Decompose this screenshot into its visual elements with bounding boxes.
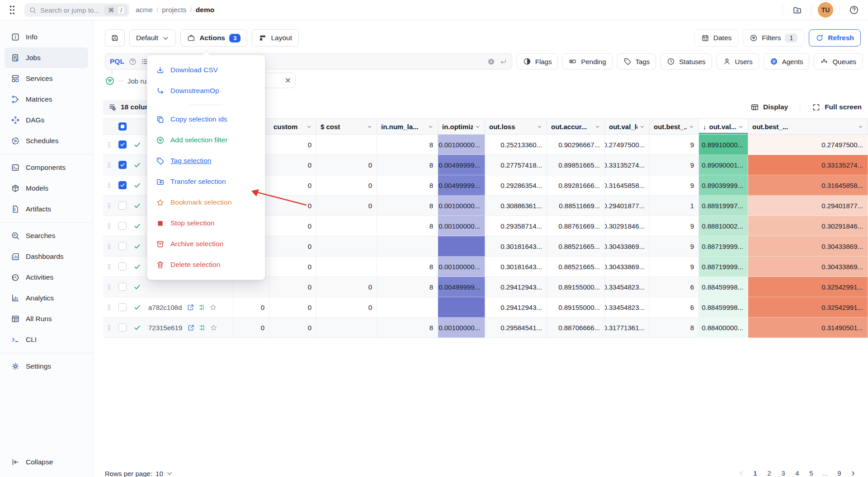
clear-query-icon[interactable] (487, 58, 495, 65)
column-header-val2[interactable]: ↓out.val... (699, 119, 748, 134)
row-checkbox[interactable] (118, 222, 127, 230)
app-grid-icon[interactable] (6, 4, 18, 16)
refresh-button[interactable]: Refresh (809, 29, 861, 47)
sidebar-item-matrices[interactable]: Matrices (5, 89, 88, 110)
sidebar-item-components[interactable]: Components (5, 157, 88, 178)
row-checkbox[interactable] (118, 303, 127, 311)
chip-pending[interactable]: Pending (562, 53, 612, 70)
chip-agents[interactable]: Agents (764, 53, 810, 70)
column-menu-icon[interactable] (475, 124, 481, 130)
row-checkbox[interactable] (118, 283, 127, 291)
column-header-val_loss[interactable]: out.val_loss (605, 119, 650, 134)
sidebar-item-cli[interactable]: CLI (5, 329, 88, 350)
menu-item-add-selection-filter[interactable]: Add selection filter (147, 130, 265, 150)
open-run-icon[interactable] (187, 324, 195, 332)
row-checkbox[interactable] (118, 181, 127, 189)
sidebar-collapse-button[interactable]: Collapse (5, 452, 88, 472)
row-checkbox[interactable] (118, 161, 127, 169)
merge-icon[interactable] (198, 324, 206, 332)
row-checkbox[interactable] (118, 323, 127, 332)
page-4[interactable]: 4 (791, 467, 803, 477)
menu-item-tag-selection[interactable]: Tag selection (147, 150, 265, 171)
pql-help-icon[interactable] (129, 58, 137, 65)
column-menu-icon[interactable] (594, 124, 600, 130)
page-2[interactable]: 2 (763, 467, 775, 477)
column-header-custom[interactable]: custom (269, 119, 316, 134)
chip-users[interactable]: Users (717, 53, 759, 70)
next-page-button[interactable] (847, 467, 859, 477)
row-drag-handle[interactable] (103, 155, 115, 175)
row-drag-handle[interactable] (103, 277, 115, 297)
column-header-best[interactable]: out.best_... (650, 119, 699, 134)
row-checkbox[interactable] (118, 140, 127, 149)
help-button[interactable] (846, 2, 862, 18)
column-header-num_la[interactable]: in.num_la... (377, 119, 438, 134)
menu-item-transfer-selection[interactable]: Transfer selection (147, 171, 265, 192)
sidebar-item-services[interactable]: Services (5, 68, 88, 89)
dates-button[interactable]: Dates (694, 29, 739, 47)
sidebar-item-artifacts[interactable]: Artifacts (5, 199, 88, 220)
bookmark-star-icon[interactable] (210, 324, 217, 332)
layout-button[interactable]: Layout (252, 29, 299, 47)
breadcrumb-item-acme[interactable]: acme (136, 6, 153, 14)
row-drag-handle[interactable] (103, 257, 115, 276)
bookmark-star-icon[interactable] (209, 304, 217, 311)
rows-per-page-select[interactable]: Rows per page: 10 (105, 470, 173, 477)
column-menu-icon[interactable] (738, 124, 744, 130)
sidebar-item-dashboards[interactable]: Dashboards (5, 246, 88, 267)
fullscreen-button[interactable]: Full screen (812, 103, 862, 112)
column-menu-icon[interactable] (306, 124, 312, 130)
sidebar-item-info[interactable]: Info (5, 27, 88, 47)
display-button[interactable]: Display (750, 103, 788, 112)
view-select[interactable]: Default (129, 29, 176, 47)
row-checkbox[interactable] (118, 262, 127, 271)
filters-button[interactable]: Filters 1 (743, 29, 804, 47)
search-input[interactable]: Search or jump to... ⌘ / (24, 3, 129, 17)
sidebar-item-dags[interactable]: DAGs (5, 110, 88, 131)
sidebar-item-activities[interactable]: Activities (5, 267, 88, 288)
page-1[interactable]: 1 (749, 467, 761, 477)
sidebar-item-jobs[interactable]: Jobs (5, 47, 88, 68)
sidebar-item-all-runs[interactable]: All Runs (5, 309, 88, 329)
sidebar-item-models[interactable]: Models (5, 178, 88, 199)
menu-item-stop-selection[interactable]: Stop selection (147, 213, 265, 234)
chip-statuses[interactable]: Statuses (660, 53, 712, 70)
sidebar-item-settings[interactable]: Settings (5, 356, 88, 377)
page-5[interactable]: 5 (805, 467, 817, 477)
column-header-cost[interactable]: $ cost (316, 119, 377, 134)
chip-flags[interactable]: Flags (517, 53, 558, 70)
row-drag-handle[interactable] (103, 318, 115, 337)
run-name[interactable]: 72315e619 (148, 324, 182, 332)
column-menu-icon[interactable] (428, 124, 434, 130)
actions-button[interactable]: Actions 3 (180, 29, 247, 47)
column-menu-icon[interactable] (367, 124, 373, 130)
column-header-accur[interactable]: out.accur... (547, 119, 605, 134)
row-drag-handle[interactable] (103, 236, 115, 256)
menu-item-download-csv[interactable]: Download CSV (147, 60, 265, 80)
chip-queues[interactable]: Queues (814, 53, 863, 70)
column-header-optimiz[interactable]: in.optimiz... (438, 119, 485, 134)
save-view-button[interactable] (105, 29, 125, 47)
breadcrumb-item-projects[interactable]: projects (162, 6, 186, 14)
row-drag-handle[interactable] (103, 175, 115, 195)
column-header-loss[interactable]: out.loss (485, 119, 547, 134)
sidebar-item-analytics[interactable]: Analytics (5, 288, 88, 309)
row-checkbox[interactable] (118, 242, 127, 250)
sidebar-item-schedules[interactable]: Schedules (5, 131, 88, 151)
row-checkbox[interactable] (118, 201, 127, 210)
column-menu-icon[interactable] (537, 124, 542, 130)
column-menu-icon[interactable] (639, 124, 645, 130)
row-drag-handle[interactable] (103, 135, 115, 154)
select-all-checkbox[interactable] (118, 122, 127, 131)
row-drag-handle[interactable] (103, 297, 115, 317)
remove-filter-icon[interactable]: ✕ (285, 77, 291, 84)
run-name[interactable]: a782c108d (148, 304, 182, 311)
menu-item-downstreamop[interactable]: DownstreamOp (147, 80, 265, 101)
chip-tags[interactable]: Tags (617, 53, 656, 70)
menu-item-bookmark-selection[interactable]: Bookmark selection (147, 192, 265, 213)
open-run-icon[interactable] (187, 304, 194, 311)
column-menu-icon[interactable] (858, 124, 863, 130)
previous-page-button[interactable] (736, 467, 747, 477)
avatar[interactable]: TU (818, 2, 833, 18)
column-header-best2[interactable]: out.best_... (748, 119, 868, 134)
